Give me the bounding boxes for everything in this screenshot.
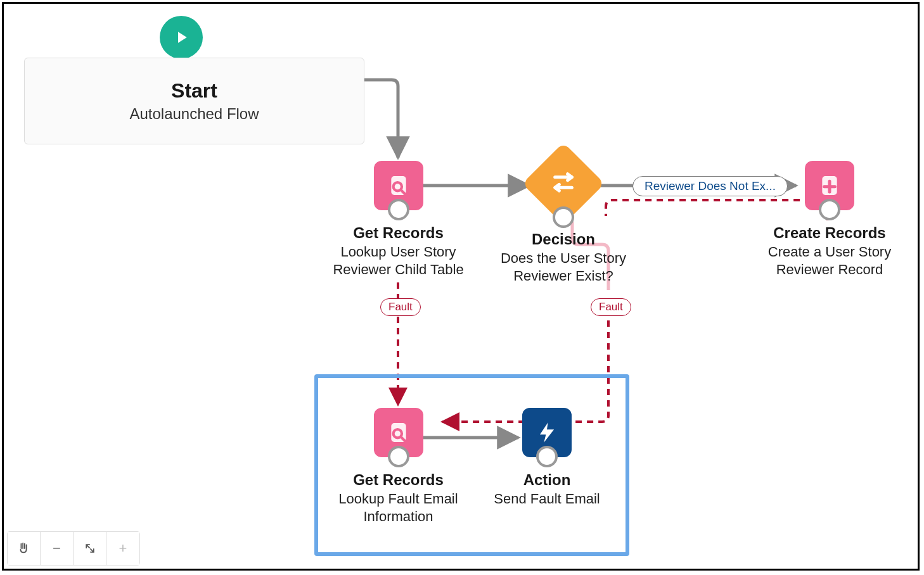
outcome-chip[interactable]: Reviewer Does Not Ex... [632, 176, 788, 196]
start-icon[interactable] [160, 16, 203, 59]
node-handle[interactable] [819, 199, 840, 220]
fault-label: Fault [380, 298, 421, 316]
pan-button[interactable] [8, 532, 41, 565]
start-title: Start [171, 79, 217, 103]
get-records-icon [374, 161, 423, 210]
flow-canvas[interactable]: Start Autolaunched Flow Get Records Look… [4, 4, 918, 569]
node-subtitle: Lookup User Story Reviewer Child Table [318, 243, 479, 278]
node-title: Get Records [318, 224, 479, 242]
node-get-records-2[interactable]: Get Records Lookup Fault Email Informati… [327, 408, 470, 525]
create-records-icon [805, 161, 854, 210]
node-handle[interactable] [536, 446, 558, 467]
node-subtitle: Does the User Story Reviewer Exist? [491, 250, 636, 284]
fault-label: Fault [591, 298, 631, 316]
zoom-toolbar: − + [7, 531, 140, 566]
node-title: Get Records [327, 471, 470, 489]
node-handle[interactable] [553, 206, 574, 228]
action-icon [522, 408, 572, 457]
node-subtitle: Send Fault Email [487, 490, 607, 508]
node-get-records-1[interactable]: Get Records Lookup User Story Reviewer C… [318, 161, 479, 278]
start-subtitle: Autolaunched Flow [129, 105, 259, 123]
zoom-in-button[interactable]: + [106, 532, 139, 565]
node-action[interactable]: Action Send Fault Email [487, 408, 607, 508]
node-handle[interactable] [388, 199, 409, 220]
node-decision[interactable]: Decision Does the User Story Reviewer Ex… [491, 148, 636, 284]
start-node[interactable]: Start Autolaunched Flow [24, 58, 364, 144]
node-subtitle: Lookup Fault Email Information [327, 490, 470, 525]
node-handle[interactable] [388, 446, 409, 467]
node-subtitle: Create a User Story Reviewer Record [750, 243, 909, 278]
node-title: Create Records [750, 224, 909, 242]
get-records-icon [374, 408, 423, 457]
zoom-out-button[interactable]: − [41, 532, 74, 565]
fit-to-screen-button[interactable] [74, 532, 106, 565]
node-title: Action [487, 471, 607, 489]
node-title: Decision [491, 231, 636, 248]
